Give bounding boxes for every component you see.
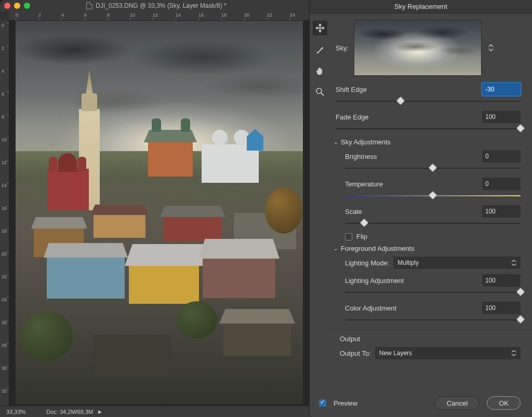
output-header: Output: [340, 335, 521, 343]
sky-adjustments-header[interactable]: ⌄ Sky Adjustments: [334, 138, 521, 146]
temperature-slider[interactable]: [345, 191, 521, 200]
brightness-label: Brightness: [345, 153, 377, 160]
shift-edge-value[interactable]: -30: [482, 83, 521, 96]
flip-checkbox[interactable]: [345, 233, 352, 240]
lighting-mode-select[interactable]: Multiply: [393, 257, 521, 269]
scale-slider[interactable]: [345, 219, 521, 228]
svg-point-0: [316, 88, 322, 93]
status-bar: 33,33% Doc: 34,2M/68,3M ▶: [0, 406, 309, 417]
flip-label: Flip: [356, 233, 367, 240]
select-chevron-icon: [511, 350, 516, 356]
scale-label: Scale: [345, 208, 362, 216]
panel-toolbar: [310, 14, 330, 390]
sky-label: Sky:: [336, 44, 349, 52]
status-zoom[interactable]: 33,33%: [6, 409, 25, 415]
brush-tool-icon[interactable]: [314, 45, 326, 56]
temperature-label: Temperature: [345, 180, 383, 188]
panel-footer: Preview Cancel OK: [310, 390, 532, 417]
select-chevron-icon: [511, 260, 516, 266]
lighting-adjustment-label: Lighting Adjustment: [345, 277, 404, 285]
output-to-select[interactable]: New Layers: [375, 347, 521, 359]
fade-edge-value[interactable]: 100: [482, 111, 521, 123]
chevron-down-icon: ⌄: [334, 139, 338, 145]
fade-edge-label: Fade Edge: [336, 113, 369, 121]
status-doc-size: Doc: 34,2M/68,3M: [46, 409, 93, 415]
temperature-value[interactable]: 0: [482, 178, 521, 190]
document-window: DJI_0253.DNG @ 33,3% (Sky, Layer Mask/8)…: [0, 0, 309, 417]
shift-edge-label: Shift Edge: [336, 86, 367, 93]
shift-edge-slider[interactable]: [336, 97, 521, 106]
preview-label: Preview: [334, 399, 357, 407]
document-image: [16, 21, 303, 404]
output-to-label: Output To:: [340, 349, 371, 357]
canvas[interactable]: [9, 21, 309, 406]
zoom-tool-icon[interactable]: [314, 86, 326, 98]
svg-line-1: [321, 93, 324, 96]
document-title-text: DJI_0253.DNG @ 33,3% (Sky, Layer Mask/8)…: [96, 2, 226, 9]
lighting-adjustment-value[interactable]: 100: [482, 274, 521, 287]
ruler-vertical[interactable]: 02468101214161820222426283032: [0, 21, 9, 406]
lighting-mode-label: Lighting Mode:: [345, 259, 389, 267]
chevron-down-icon: ⌄: [334, 246, 338, 251]
flip-checkbox-row[interactable]: Flip: [345, 233, 521, 240]
ruler-horizontal[interactable]: 024681012141618202224: [9, 11, 309, 21]
preview-checkbox[interactable]: [319, 399, 326, 407]
brightness-value[interactable]: 0: [482, 150, 521, 163]
brightness-slider[interactable]: [345, 164, 521, 173]
lighting-adjustment-slider[interactable]: [345, 288, 521, 297]
document-title: DJI_0253.DNG @ 33,3% (Sky, Layer Mask/8)…: [8, 2, 305, 9]
status-chevron-icon[interactable]: ▶: [98, 409, 102, 414]
hand-tool-icon[interactable]: [314, 65, 326, 77]
fade-edge-slider[interactable]: [336, 124, 521, 133]
sky-dropdown-icon[interactable]: [487, 44, 495, 51]
sky-replacement-panel: Sky Replacement Sky:: [309, 0, 532, 417]
panel-title: Sky Replacement: [310, 0, 532, 14]
color-adjustment-label: Color Adjustment: [345, 304, 396, 312]
color-adjustment-value[interactable]: 100: [482, 302, 521, 314]
sky-thumbnail[interactable]: [354, 20, 482, 76]
panel-controls: Sky: Shift Edge -30 Fade Edge 100: [330, 14, 532, 390]
color-adjustment-slider[interactable]: [345, 315, 521, 325]
cancel-button[interactable]: Cancel: [435, 396, 480, 410]
file-icon: [86, 2, 92, 9]
ok-button[interactable]: OK: [487, 396, 521, 410]
move-tool-icon[interactable]: [313, 21, 327, 35]
foreground-adjustments-header[interactable]: ⌄ Foreground Adjustments: [334, 245, 521, 252]
scale-value[interactable]: 100: [482, 205, 521, 218]
titlebar: DJI_0253.DNG @ 33,3% (Sky, Layer Mask/8)…: [0, 0, 309, 11]
